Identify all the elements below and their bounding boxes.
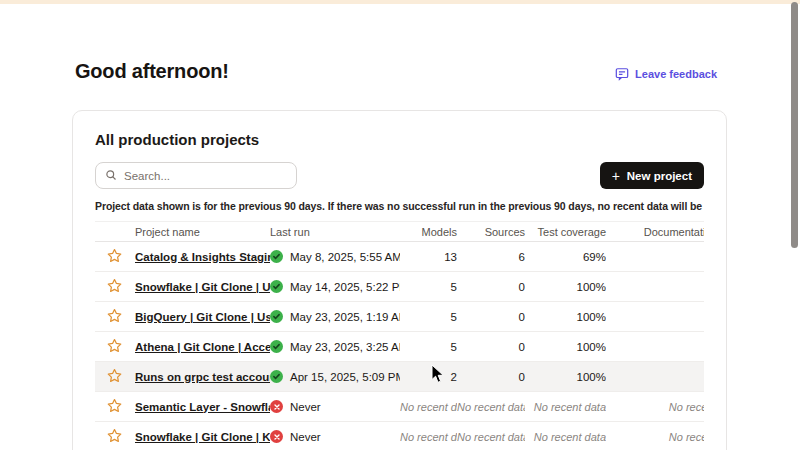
test-coverage-value: 100% [525, 332, 606, 362]
doc-coverage-value [606, 302, 704, 332]
column-models: Models [400, 222, 457, 242]
table-row[interactable]: Athena | Git Clone | Acces... May 23, 20… [95, 332, 704, 362]
doc-coverage-value [606, 332, 704, 362]
test-coverage-value: 100% [525, 302, 606, 332]
table-row[interactable]: Snowflake | Git Clone | Key... Never No … [95, 422, 704, 450]
doc-coverage-value [606, 272, 704, 302]
project-link[interactable]: BigQuery | Git Clone | User... [135, 311, 270, 323]
column-project-name: Project name [135, 222, 270, 242]
favorite-star-icon[interactable] [107, 428, 122, 443]
doc-coverage-value [606, 362, 704, 392]
plus-icon: + [612, 169, 620, 183]
sources-value: 6 [457, 242, 525, 272]
column-doc-coverage: Documentation coverage [606, 222, 704, 242]
models-value: 13 [400, 242, 457, 272]
page-title: Good afternoon! [75, 60, 229, 83]
last-run-value: Never [290, 401, 321, 413]
test-coverage-value: 100% [525, 362, 606, 392]
column-star [95, 222, 135, 242]
top-accent-strip [0, 0, 800, 4]
favorite-star-icon[interactable] [107, 278, 122, 293]
sources-value: No recent data [457, 392, 525, 422]
last-run-value: May 23, 2025, 3:25 AM BST [290, 341, 400, 353]
doc-coverage-value [606, 242, 704, 272]
new-project-label: New project [627, 170, 692, 182]
favorite-star-icon[interactable] [107, 338, 122, 353]
last-run-value: Apr 15, 2025, 5:09 PM BST [290, 371, 400, 383]
favorite-star-icon[interactable] [107, 248, 122, 263]
models-value: No recent data [400, 392, 457, 422]
success-check-icon [270, 370, 283, 383]
error-x-icon [270, 400, 283, 413]
data-notice: Project data shown is for the previous 9… [95, 200, 704, 212]
projects-table: Project name Last run Models Sources Tes… [95, 221, 704, 450]
project-link[interactable]: Semantic Layer - Snowflake [135, 401, 270, 413]
vertical-scrollbar[interactable] [791, 2, 798, 248]
project-link[interactable]: Snowflake | Git Clone | Key... [135, 431, 270, 443]
table-row-hovered[interactable]: Runs on grpc test account Apr 15, 2025, … [95, 362, 704, 392]
success-check-icon [270, 250, 283, 263]
models-value: 5 [400, 302, 457, 332]
sources-value: 0 [457, 302, 525, 332]
last-run-value: May 8, 2025, 5:55 AM BST [290, 251, 400, 263]
test-coverage-value: 100% [525, 272, 606, 302]
test-coverage-value: 69% [525, 242, 606, 272]
new-project-button[interactable]: + New project [600, 162, 704, 189]
table-row[interactable]: BigQuery | Git Clone | User... May 23, 2… [95, 302, 704, 332]
project-link[interactable]: Snowflake | Git Clone | Use... [135, 281, 270, 293]
sources-value: 0 [457, 362, 525, 392]
favorite-star-icon[interactable] [107, 398, 122, 413]
doc-coverage-value: No recent data [606, 422, 704, 450]
column-sources: Sources [457, 222, 525, 242]
error-x-icon [270, 430, 283, 443]
favorite-star-icon[interactable] [107, 308, 122, 323]
table-row[interactable]: Catalog & Insights Staging... May 8, 202… [95, 242, 704, 272]
models-value: 2 [400, 362, 457, 392]
table-row[interactable]: Snowflake | Git Clone | Use... May 14, 2… [95, 272, 704, 302]
feedback-label: Leave feedback [635, 68, 717, 80]
last-run-value: Never [290, 431, 321, 443]
success-check-icon [270, 340, 283, 353]
search-icon [105, 167, 117, 185]
favorite-star-icon[interactable] [107, 368, 122, 383]
success-check-icon [270, 280, 283, 293]
panel-controls: + New project [95, 162, 704, 189]
last-run-value: May 23, 2025, 1:19 AM BST [290, 311, 400, 323]
table-row[interactable]: Semantic Layer - Snowflake Never No rece… [95, 392, 704, 422]
leave-feedback-link[interactable]: Leave feedback [615, 67, 717, 81]
models-value: 5 [400, 272, 457, 302]
project-link[interactable]: Runs on grpc test account [135, 371, 270, 383]
table-header-row: Project name Last run Models Sources Tes… [95, 222, 704, 242]
column-last-run: Last run [270, 222, 400, 242]
models-value: No recent data [400, 422, 457, 450]
test-coverage-value: No recent data [525, 392, 606, 422]
search-box[interactable] [95, 162, 297, 189]
search-input[interactable] [124, 170, 287, 182]
success-check-icon [270, 310, 283, 323]
doc-coverage-value: No recent data [606, 392, 704, 422]
sources-value: No recent data [457, 422, 525, 450]
sources-value: 0 [457, 332, 525, 362]
project-link[interactable]: Athena | Git Clone | Acces... [135, 341, 270, 353]
projects-table-container: Project name Last run Models Sources Tes… [95, 221, 704, 450]
project-link[interactable]: Catalog & Insights Staging... [135, 251, 270, 263]
column-test-coverage: Test coverage [525, 222, 606, 242]
last-run-value: May 14, 2025, 5:22 PM BST [290, 281, 400, 293]
panel-title: All production projects [95, 131, 704, 148]
projects-panel: All production projects + New project Pr… [72, 110, 727, 450]
test-coverage-value: No recent data [525, 422, 606, 450]
sources-value: 0 [457, 272, 525, 302]
feedback-icon [615, 67, 629, 81]
models-value: 5 [400, 332, 457, 362]
